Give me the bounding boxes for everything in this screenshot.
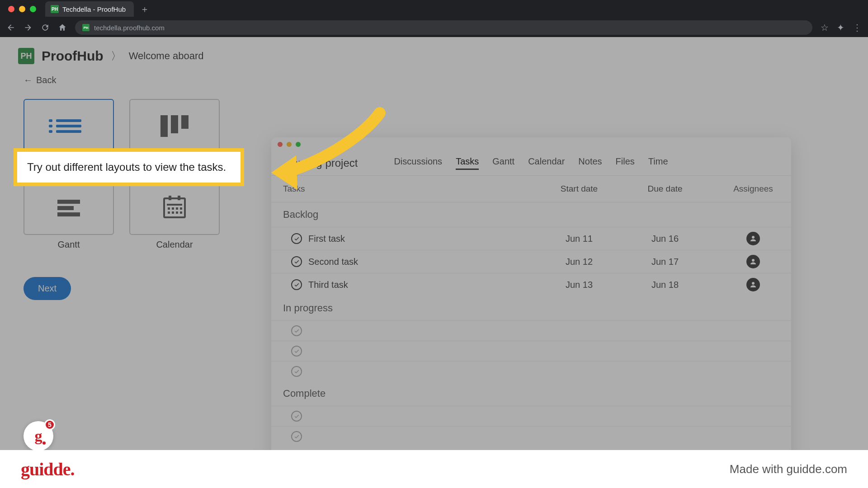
check-circle-icon[interactable] <box>291 366 302 377</box>
check-circle-icon[interactable] <box>291 411 302 422</box>
tab-gantt[interactable]: Gantt <box>492 156 514 170</box>
table-row[interactable]: Second task Jun 12 Jun 17 <box>271 250 791 273</box>
tab-favicon-icon: PH <box>51 5 59 13</box>
guidde-badge-count: 5 <box>44 419 55 430</box>
home-icon[interactable] <box>58 23 67 32</box>
url-text: techdella.proofhub.com <box>94 24 165 32</box>
breadcrumb[interactable]: Welcome aboard <box>129 50 204 62</box>
section-in-progress[interactable]: In progress <box>271 296 791 320</box>
tab-files[interactable]: Files <box>616 156 635 170</box>
section-backlog[interactable]: Backlog <box>271 202 791 227</box>
assignee-avatar-icon[interactable] <box>746 255 760 268</box>
layout-label-gantt: Gantt <box>24 239 114 250</box>
forward-icon[interactable] <box>24 23 33 32</box>
table-row[interactable] <box>271 341 791 361</box>
table-row[interactable] <box>271 426 791 446</box>
proofhub-logo-icon: PH <box>18 48 34 64</box>
col-due-date: Due date <box>622 184 708 194</box>
table-row[interactable]: First task Jun 11 Jun 16 <box>271 227 791 250</box>
guidde-footer: guidde. Made with guidde.com <box>0 450 868 488</box>
tab-time[interactable]: Time <box>648 156 668 170</box>
extensions-icon[interactable]: ✦ <box>837 22 844 33</box>
instruction-callout: Try out different layouts to view the ta… <box>14 148 244 186</box>
svg-point-0 <box>752 236 755 239</box>
assignee-avatar-icon[interactable] <box>746 278 760 291</box>
back-icon[interactable] <box>6 23 15 32</box>
tab-discussions[interactable]: Discussions <box>394 156 442 170</box>
next-button[interactable]: Next <box>24 277 71 300</box>
calendar-layout-icon <box>163 197 186 218</box>
made-with-text: Made with guidde.com <box>730 462 847 476</box>
check-circle-icon[interactable] <box>291 256 302 267</box>
layout-option-calendar[interactable]: Calendar <box>129 181 220 250</box>
due-date: Jun 17 <box>622 257 708 267</box>
back-link[interactable]: ← Back <box>0 75 868 90</box>
guidde-widget[interactable]: g 5 <box>24 421 53 451</box>
callout-text: Try out different layouts to view the ta… <box>27 161 226 173</box>
check-circle-icon[interactable] <box>291 325 302 336</box>
browser-menu-icon[interactable]: ⋮ <box>853 22 862 33</box>
task-name: Second task <box>308 257 358 267</box>
bookmark-star-icon[interactable]: ☆ <box>821 22 829 33</box>
layout-label-calendar: Calendar <box>129 239 220 250</box>
tab-tasks[interactable]: Tasks <box>456 156 479 170</box>
app-header: PH ProofHub 〉 Welcome aboard <box>0 37 868 75</box>
project-tabs: Discussions Tasks Gantt Calendar Notes F… <box>394 156 668 170</box>
assignee-avatar-icon[interactable] <box>746 232 760 245</box>
table-row[interactable]: Third task Jun 13 Jun 18 <box>271 273 791 296</box>
layout-option-gantt[interactable]: Gantt <box>24 181 114 250</box>
gantt-layout-icon <box>57 197 80 219</box>
app-name[interactable]: ProofHub <box>42 48 104 64</box>
svg-point-2 <box>752 282 755 285</box>
tab-notes[interactable]: Notes <box>578 156 602 170</box>
due-date: Jun 18 <box>622 280 708 290</box>
col-assignees: Assignees <box>708 184 791 194</box>
table-row[interactable] <box>271 320 791 341</box>
task-name: Third task <box>308 280 348 290</box>
table-row[interactable] <box>271 406 791 426</box>
col-start-date: Start date <box>536 184 622 194</box>
check-circle-icon[interactable] <box>291 279 302 290</box>
maximize-window-icon[interactable] <box>30 6 36 12</box>
due-date: Jun 16 <box>622 234 708 244</box>
minimize-window-icon[interactable] <box>19 6 25 12</box>
tasks-table: Tasks Start date Due date Assignees Back… <box>271 175 791 446</box>
section-complete[interactable]: Complete <box>271 381 791 406</box>
board-layout-icon <box>160 115 189 137</box>
browser-tab[interactable]: PH Techdella - ProofHub <box>45 1 134 17</box>
guidde-dot-icon <box>42 441 46 445</box>
arrow-left-icon: ← <box>24 75 33 85</box>
svg-point-1 <box>752 259 755 262</box>
address-bar[interactable]: PH techdella.proofhub.com <box>75 20 812 35</box>
back-label: Back <box>36 75 56 85</box>
site-favicon-icon: PH <box>82 24 90 31</box>
check-circle-icon[interactable] <box>291 233 302 244</box>
window-controls[interactable] <box>8 6 36 12</box>
start-date: Jun 12 <box>536 257 622 267</box>
browser-chrome: PH Techdella - ProofHub ＋ PH techdella.p… <box>0 0 868 37</box>
check-circle-icon[interactable] <box>291 431 302 442</box>
reload-icon[interactable] <box>41 23 50 32</box>
task-name: First task <box>308 234 345 244</box>
close-window-icon[interactable] <box>8 6 14 12</box>
start-date: Jun 13 <box>536 280 622 290</box>
tab-calendar[interactable]: Calendar <box>528 156 565 170</box>
start-date: Jun 11 <box>536 234 622 244</box>
tab-title: Techdella - ProofHub <box>62 5 126 13</box>
chevron-right-icon: 〉 <box>111 49 122 63</box>
table-layout-icon <box>56 117 81 136</box>
new-tab-button[interactable]: ＋ <box>140 3 149 15</box>
guidde-logo[interactable]: guidde. <box>21 459 75 480</box>
check-circle-icon[interactable] <box>291 346 302 357</box>
annotation-arrow-icon <box>262 105 398 204</box>
guidde-g-icon: g <box>35 427 42 445</box>
table-row[interactable] <box>271 361 791 381</box>
